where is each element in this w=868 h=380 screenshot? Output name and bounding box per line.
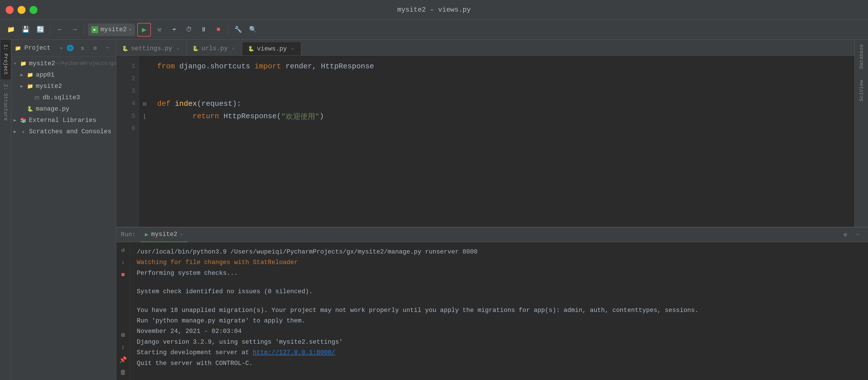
run-tab-close[interactable]: ✕: [180, 232, 183, 238]
stop-button[interactable]: ■: [212, 24, 225, 36]
tree-item-mysite2-root[interactable]: ▾ 📁 mysite2 ~/PycharmProjects/gx/mysite2: [11, 58, 116, 69]
minimize-icon-btn[interactable]: −: [102, 43, 113, 53]
tab-views-py[interactable]: 🐍 views.py ✕: [242, 42, 302, 55]
line-num-3: 3: [116, 85, 135, 98]
code-gutter: ⊟ ⌊: [139, 56, 150, 227]
code-httpresponse-call: HttpResponse: [223, 112, 277, 121]
right-sidebar: Database SciView: [855, 40, 868, 227]
scratches-icon: ✦: [19, 128, 27, 135]
output-line-system-check: System check identified no issues (0 sil…: [137, 286, 861, 297]
settings-icon-btn[interactable]: ⚙: [90, 43, 100, 53]
content-with-panel: 🐍 settings.py ✕ 🐍 urls.py ✕ 🐍 views.py ✕: [116, 40, 868, 380]
run-sidebar-btn-4[interactable]: ⊞: [118, 329, 128, 340]
fn-index: index: [175, 99, 197, 108]
tab-close-urls[interactable]: ✕: [230, 46, 236, 51]
pause-button[interactable]: ⏸: [197, 24, 210, 36]
close-button[interactable]: [6, 6, 13, 14]
code-httpresponse-import: HttpResponse: [321, 62, 374, 71]
code-line-4: def index ( request ):: [157, 98, 847, 110]
code-render: render: [286, 62, 312, 71]
output-line-date: November 24, 2021 - 02:03:04: [137, 326, 861, 337]
folder-icon-mysite2-sub: 📁: [26, 82, 34, 90]
run-settings-btn[interactable]: ⚙: [840, 229, 851, 241]
tab-label-settings: settings.py: [131, 45, 172, 52]
globe-icon-btn[interactable]: 🌐: [65, 43, 75, 53]
run-config-name: mysite2: [100, 26, 126, 33]
build-button[interactable]: ⚒: [153, 24, 166, 36]
python-icon-urls: 🐍: [192, 45, 198, 52]
right-tab-database[interactable]: Database: [858, 42, 865, 71]
paren-close-colon: ):: [232, 99, 241, 108]
delete-button[interactable]: 🗑: [118, 367, 128, 378]
bottom-tabs-bar: Run: ▶ mysite2 ✕ ⚙ −: [116, 227, 868, 242]
expand-arrow-scratches: ▶: [13, 129, 19, 134]
scroll-to-end-btn[interactable]: ↓: [118, 257, 128, 268]
run-tab-icon: ▶: [145, 231, 148, 238]
bottom-toolbar: ⚙ −: [840, 229, 864, 241]
search-button[interactable]: 🔍: [247, 24, 259, 36]
run-button-highlighted-container: ▶: [137, 23, 151, 37]
run-config-selector[interactable]: ▶ mysite2 ▾: [88, 24, 135, 36]
gutter-3: [139, 85, 150, 98]
paren-close-2: ): [319, 112, 324, 121]
tree-item-manage-py[interactable]: ▶ 🐍 manage.py: [11, 103, 116, 115]
project-panel: 📁 Project ▾ 🌐 ⇅ ⚙ − ▾ 📁 mysite2 ~/Pychar…: [11, 40, 116, 380]
code-line-1: from django.shortcuts import render , Ht…: [157, 60, 847, 72]
tab-urls-py[interactable]: 🐍 urls.py ✕: [187, 42, 242, 55]
output-link-server[interactable]: http://127.0.0.1:8000/: [253, 349, 335, 356]
code-editor: 1 2 3 4 5 6 ⊟ ⌊: [116, 56, 855, 227]
rerun-button[interactable]: ↺: [118, 245, 128, 255]
folder-icon[interactable]: 📁: [4, 24, 17, 36]
gutter-6: [139, 123, 150, 135]
save-button[interactable]: 💾: [19, 24, 32, 36]
pin-button[interactable]: 📌: [118, 354, 128, 365]
tree-item-scratches[interactable]: ▶ ✦ Scratches and Consoles: [11, 126, 116, 137]
maximize-button[interactable]: [30, 6, 37, 14]
tree-item-external-libs[interactable]: ▶ 📚 External Libraries: [11, 115, 116, 126]
expand-arrow: ▾: [13, 61, 19, 66]
tab-close-settings[interactable]: ✕: [175, 46, 181, 51]
sync-button[interactable]: 🔄: [34, 24, 46, 36]
line-num-2: 2: [116, 72, 135, 85]
hierarchy-icon-btn[interactable]: ⇅: [78, 43, 88, 53]
back-button[interactable]: ←: [54, 24, 66, 36]
code-content[interactable]: from django.shortcuts import render , Ht…: [150, 56, 855, 227]
run-minimize-btn[interactable]: −: [852, 229, 864, 241]
minimize-button[interactable]: [18, 6, 26, 14]
stop-run-button[interactable]: ■: [118, 270, 128, 280]
output-line-django-ver: Django version 3.2.9, using settings 'my…: [137, 337, 861, 347]
run-button[interactable]: ▶: [138, 24, 150, 36]
tab-project[interactable]: 1: Project: [1, 40, 11, 80]
file-icon-db: 🗃: [33, 94, 41, 101]
bottom-tab-mysite2[interactable]: ▶ mysite2 ✕: [141, 227, 187, 242]
wrench-button[interactable]: 🔧: [232, 24, 244, 36]
tab-structure[interactable]: 2: Structure: [1, 80, 11, 125]
tree-label-app01: app01: [36, 71, 114, 78]
tree-label-scratches: Scratches and Consoles: [29, 128, 114, 135]
tree-item-mysite2-sub[interactable]: ▶ 📁 mysite2: [11, 81, 116, 92]
left-vert-tabs: 1: Project 2: Structure: [0, 40, 11, 380]
right-tab-sciview[interactable]: SciView: [858, 78, 865, 104]
run-sidebar-btn-5[interactable]: ↕: [118, 342, 128, 353]
tree-label-db: db.sqlite3: [42, 94, 114, 101]
code-line-3: [157, 85, 847, 98]
run-tab-name: mysite2: [151, 231, 177, 238]
gutter-1: [139, 60, 150, 72]
python-icon-views: 🐍: [248, 46, 254, 52]
gutter-2: [139, 72, 150, 85]
output-line-watching: Watching for file changes with StatReloa…: [137, 257, 861, 268]
tab-close-views[interactable]: ✕: [290, 46, 295, 52]
coverage-button[interactable]: ☂: [168, 24, 180, 36]
main-layout: 1: Project 2: Structure 📁 Project ▾ 🌐 ⇅ …: [0, 40, 868, 380]
output-line-cmd: /usr/local/bin/python3.9 /Users/wupeiqi/…: [137, 247, 861, 257]
tree-item-app01[interactable]: ▶ 📁 app01: [11, 69, 116, 81]
tab-settings-py[interactable]: 🐍 settings.py ✕: [116, 42, 187, 55]
folder-icon: 📁: [19, 60, 27, 67]
tree-item-db-sqlite3[interactable]: ▶ 🗃 db.sqlite3: [11, 92, 116, 103]
code-line-2: [157, 72, 847, 85]
output-line-migrate-cmd: Run 'python manage.py migrate' to apply …: [137, 316, 861, 326]
profile-button[interactable]: ⏱: [183, 24, 195, 36]
forward-button[interactable]: →: [68, 24, 81, 36]
tree-label-mysite2-sub: mysite2: [36, 83, 114, 90]
expand-arrow-ext: ▶: [13, 118, 19, 123]
